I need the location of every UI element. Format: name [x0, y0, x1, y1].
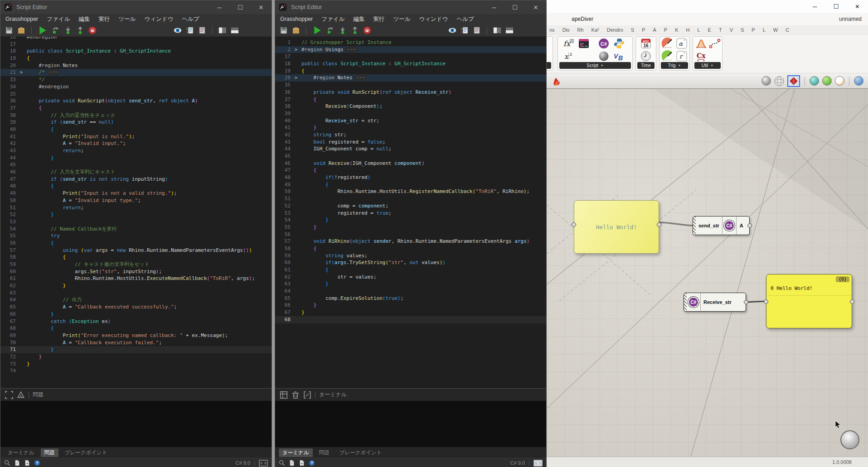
- menu-item[interactable]: 編集: [353, 15, 364, 23]
- titlebar[interactable]: Script Editor ─ ☐ ✕: [0, 0, 272, 14]
- preview-eye-icon[interactable]: [448, 26, 456, 34]
- gh-category-tab[interactable]: Dendro: [607, 27, 623, 33]
- code-line-66[interactable]: 66 }: [275, 302, 546, 309]
- csharp-badge-icon[interactable]: C#: [724, 220, 735, 231]
- menu-item[interactable]: ツール: [118, 15, 136, 23]
- gh-category-tab[interactable]: P: [752, 27, 755, 33]
- layout-left-panel-icon[interactable]: [493, 26, 501, 34]
- code-line-38[interactable]: 38 Receive(Component);: [275, 103, 546, 110]
- output-nub[interactable]: [744, 300, 748, 304]
- code-line-51[interactable]: 51 return;: [0, 204, 272, 212]
- code-line-35[interactable]: 35: [275, 82, 546, 89]
- menu-item[interactable]: ファイル: [47, 15, 70, 23]
- menu-item[interactable]: ヘルプ: [182, 15, 199, 23]
- code-line-33[interactable]: 33 */: [0, 76, 272, 83]
- code-line-65[interactable]: 65 A = "Callback executed successfully."…: [0, 303, 272, 311]
- code-line-65[interactable]: 65 comp.ExpireSolution(true);: [275, 295, 546, 302]
- panel-tab-inactive[interactable]: ブレークポイント: [61, 448, 111, 457]
- gh-canvas[interactable]: Hello World! send_str C# A C# Receive_st…: [547, 89, 868, 457]
- code-line-18[interactable]: 18public class Script_Instance : GH_Scri…: [275, 60, 546, 67]
- code-line-45[interactable]: 45: [275, 153, 546, 160]
- code-line-50[interactable]: 50 Rhino.Runtime.HostUtils.RegisterNamed…: [275, 188, 546, 195]
- code-line-39[interactable]: 39: [275, 110, 546, 117]
- degrees-gauge-icon[interactable]: [662, 38, 674, 49]
- open-file-icon[interactable]: [289, 460, 295, 466]
- code-line-68[interactable]: 68: [275, 316, 546, 323]
- code-line-55[interactable]: 55 }: [275, 224, 546, 231]
- compass-sphere-widget[interactable]: [840, 430, 859, 449]
- code-line-20[interactable]: 20 #region Notes: [0, 62, 272, 69]
- warning-triangle-icon[interactable]: [17, 391, 25, 399]
- code-line-64[interactable]: 64: [275, 288, 546, 295]
- selection-frame-icon[interactable]: [5, 391, 13, 399]
- preview-eye-icon[interactable]: [174, 26, 182, 34]
- minimize-button[interactable]: ─: [804, 0, 825, 13]
- input-grip[interactable]: [684, 293, 687, 311]
- menu-item[interactable]: ツール: [393, 15, 410, 23]
- menu-item[interactable]: 実行: [98, 15, 110, 23]
- interpolate-curve-icon[interactable]: [709, 38, 721, 49]
- menu-item[interactable]: 実行: [373, 15, 384, 23]
- language-version-label[interactable]: C# 9.0: [236, 460, 250, 466]
- maximize-button[interactable]: ☐: [825, 0, 847, 13]
- code-line-51[interactable]: 51: [275, 195, 546, 202]
- preview-teal-sphere-icon[interactable]: [810, 76, 819, 86]
- minimize-button[interactable]: ─: [209, 0, 230, 14]
- code-line-42[interactable]: 42 string str;: [275, 131, 546, 139]
- calendar-icon[interactable]: NOV16: [640, 38, 652, 49]
- help-icon[interactable]: ?: [34, 460, 40, 466]
- code-line-41[interactable]: 41 Print("Input is null.");: [0, 133, 272, 140]
- document-icon[interactable]: [473, 26, 481, 34]
- code-line-49[interactable]: 49 {: [275, 181, 546, 188]
- code-line-19[interactable]: 19{: [0, 55, 272, 62]
- radius-icon[interactable]: r°: [676, 50, 688, 62]
- code-line-43[interactable]: 43 return;: [0, 147, 272, 154]
- code-line-62[interactable]: 62 }: [0, 282, 272, 289]
- code-line-69[interactable]: 69 Print("Error executing named callback…: [0, 332, 272, 339]
- clock-icon[interactable]: [640, 50, 652, 62]
- fold-chevron-icon[interactable]: >: [16, 69, 27, 76]
- group-label[interactable]: Trig: [668, 63, 676, 68]
- gh-category-tab[interactable]: T: [719, 27, 722, 33]
- csharp-script-icon[interactable]: C#: [598, 38, 610, 49]
- step-into-icon[interactable]: [339, 26, 347, 34]
- code-line-48[interactable]: 48 {: [0, 183, 272, 190]
- output-nub[interactable]: [850, 299, 854, 304]
- terminal-grid-icon[interactable]: [280, 391, 288, 399]
- gh-titlebar[interactable]: ─ ☐ ✕: [547, 0, 868, 13]
- code-line-21[interactable]: 21> /* ···: [0, 69, 272, 76]
- help-icon[interactable]: ?: [309, 460, 315, 466]
- chevron-down-icon[interactable]: ▼: [601, 64, 604, 67]
- code-line-45[interactable]: 45: [0, 161, 272, 169]
- code-line-52[interactable]: 52 }: [0, 211, 272, 218]
- code-line-40[interactable]: 40 Receive_str = str;: [275, 117, 546, 125]
- code-line-40[interactable]: 40 {: [0, 126, 272, 133]
- code-line-17[interactable]: 17: [275, 53, 546, 60]
- code-line-16[interactable]: 16#endregion: [0, 37, 272, 41]
- code-line-18[interactable]: 18public class Script_Instance : GH_Scri…: [0, 48, 272, 55]
- code-line-46[interactable]: 46 void Receive(IGH_Component component): [275, 160, 546, 167]
- gh-category-tab[interactable]: P: [642, 27, 645, 33]
- python-script-icon[interactable]: [613, 38, 625, 49]
- fold-chevron-icon[interactable]: >: [291, 74, 301, 82]
- diff-document-icon[interactable]: [186, 26, 194, 34]
- gh-category-tab[interactable]: W: [773, 27, 778, 33]
- gh-category-tab[interactable]: C: [786, 27, 789, 33]
- code-line-61[interactable]: 61 {: [275, 266, 546, 274]
- chevron-down-icon[interactable]: ▼: [710, 64, 713, 67]
- panel-hello-world-output[interactable]: {0} 0 Hello World!: [766, 274, 852, 328]
- output-nub[interactable]: [657, 222, 661, 227]
- language-version-label[interactable]: C# 9.0: [510, 460, 525, 466]
- preview-blue-sphere-icon[interactable]: [854, 76, 863, 86]
- gh-category-tab[interactable]: K: [675, 27, 678, 33]
- menu-item[interactable]: 編集: [78, 15, 90, 23]
- cluster-icon[interactable]: Cx: [695, 50, 707, 62]
- step-out-icon[interactable]: [76, 26, 84, 34]
- sketch-pen-icon[interactable]: [551, 76, 561, 86]
- gh-category-tab[interactable]: E: [708, 27, 711, 33]
- menu-item[interactable]: ヘルプ: [457, 15, 474, 23]
- code-editor[interactable]: 16#endregion1718public class Script_Inst…: [0, 37, 272, 388]
- code-line-19[interactable]: 19{: [275, 67, 546, 75]
- code-line-38[interactable]: 38 // 入力の妥当性をチェック: [0, 112, 272, 119]
- code-line-20[interactable]: 20> #region Notes ···: [275, 74, 546, 82]
